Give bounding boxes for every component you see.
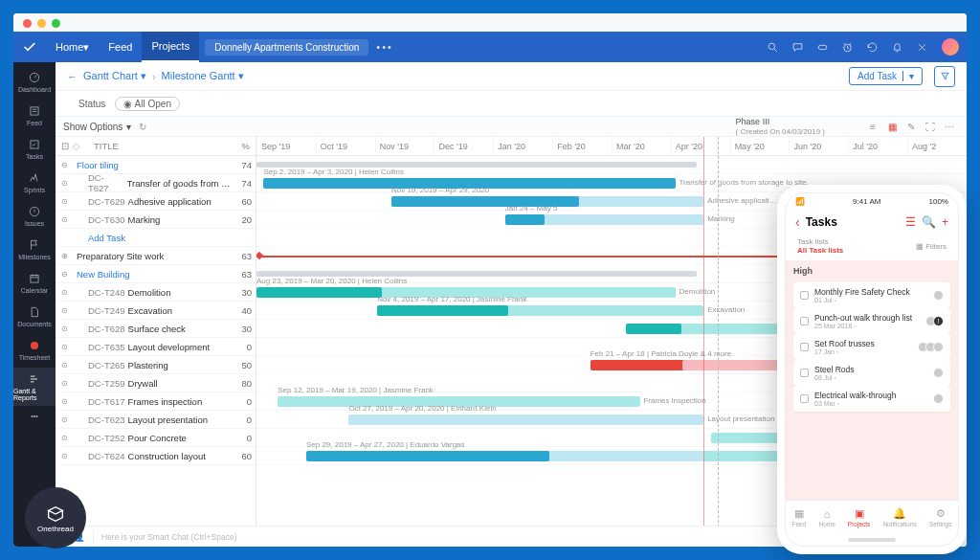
user-avatar[interactable] — [942, 38, 959, 56]
rail-milestones[interactable]: Milestones — [13, 234, 56, 265]
phone-menu-icon[interactable]: ☰ — [905, 215, 916, 229]
page-breadcrumb: ← Gantt Chart ▾ › Milestone Gantt ▾ Add … — [56, 62, 967, 91]
rail-tasks[interactable]: Tasks — [13, 133, 56, 165]
task-row[interactable]: ⊙DC-T265Plastering50 — [56, 356, 256, 374]
checkbox[interactable] — [800, 343, 809, 351]
toolbar-icon-3[interactable]: ✎ — [902, 122, 921, 132]
toolbar-icon-1[interactable]: ≡ — [863, 122, 882, 132]
crumb-gantt[interactable]: Gantt Chart ▾ — [83, 70, 146, 82]
rail-timesheet[interactable]: Timesheet — [13, 334, 56, 366]
gantt-bar[interactable] — [306, 451, 711, 461]
task-row[interactable]: ⊙DC-T259Drywall80 — [56, 374, 256, 392]
gantt-bar[interactable] — [377, 305, 703, 316]
phone-back-icon[interactable]: ‹ — [795, 214, 800, 230]
phone-tab-notifications[interactable]: 🔔Notifications — [882, 507, 916, 527]
phone-tab-projects[interactable]: ▣Projects — [848, 507, 870, 527]
task-row[interactable]: ⊙DC-T252Pour Concrete0 — [56, 429, 256, 447]
rail-gantt[interactable]: Gantt & Reports — [13, 368, 56, 406]
status-label: Status — [78, 99, 105, 109]
search-icon[interactable] — [760, 41, 785, 54]
chat-icon[interactable] — [785, 41, 810, 54]
task-row[interactable]: ⊙DC-T629Adhesive application60 — [56, 192, 256, 211]
toolbar-more-icon[interactable]: ⋯ — [940, 122, 959, 132]
task-row[interactable]: ⊙DC-T249Excavation40 — [56, 302, 256, 320]
add-task-dropdown-icon[interactable]: ▾ — [902, 71, 914, 81]
phone-tab-settings[interactable]: ⚙Settings — [929, 507, 952, 527]
month-header: Jul '20 — [848, 137, 907, 155]
checkbox[interactable] — [800, 317, 809, 325]
title-header: TITLE — [94, 141, 229, 151]
filter-button[interactable] — [934, 66, 955, 87]
nav-projects[interactable]: Projects — [142, 32, 199, 62]
pct-header: % — [229, 141, 250, 151]
minimize-window-icon[interactable] — [37, 19, 46, 28]
bell-icon[interactable] — [884, 41, 909, 54]
month-header: Jan '20 — [493, 137, 552, 155]
rail-calendar[interactable]: Calendar — [13, 267, 56, 299]
gantt-bar[interactable] — [348, 414, 703, 425]
maximize-window-icon[interactable] — [52, 19, 60, 28]
add-task-button[interactable]: Add Task▾ — [849, 67, 923, 85]
phone-task-card[interactable]: Set Roof trusses17 Jan ◦ — [793, 334, 950, 360]
app-logo-icon[interactable] — [13, 39, 46, 55]
tools-icon[interactable] — [909, 41, 934, 54]
phone-filters[interactable]: ▦ Filters — [916, 242, 947, 251]
rail-feed[interactable]: Feed — [13, 100, 56, 131]
crumb-milestone[interactable]: Milestone Gantt ▾ — [162, 70, 244, 82]
phone-tab-home[interactable]: ⌂Home — [818, 508, 835, 527]
phone-task-card[interactable]: Monthly Fire Safety Check01 Jul ◦ — [793, 282, 950, 308]
alarm-icon[interactable] — [835, 41, 859, 54]
status-row: Status ◉ All Open — [56, 91, 967, 116]
phone-task-card[interactable]: Steel Rods08 Jul ◦ — [793, 360, 950, 386]
task-row[interactable]: ⊙DC-T248Demolition30 — [56, 283, 256, 302]
phone-add-icon[interactable]: + — [942, 215, 948, 229]
task-row[interactable]: ⊙DC-T617Frames inspection0 — [56, 392, 256, 411]
task-row[interactable]: ⊕Preparatory Site work63 — [56, 247, 256, 265]
project-breadcrumb[interactable]: Donnelly Apartments Construction — [205, 39, 368, 56]
status-filter-pill[interactable]: ◉ All Open — [115, 97, 180, 111]
toolbar-icon-2[interactable]: ▦ — [882, 122, 902, 132]
task-row[interactable]: ⊙DC-T630Marking20 — [56, 211, 256, 229]
phone-task-card[interactable]: Electrical walk-through03 Mar ◦ — [793, 386, 950, 412]
checkbox[interactable] — [800, 394, 809, 403]
task-row[interactable]: ⊙DC-T635Layout development0 — [56, 338, 256, 356]
task-row[interactable]: ⊙DC-T627Transfer of goods from s...74 — [56, 174, 256, 192]
month-header: Oct '19 — [316, 137, 375, 155]
phone-statusbar: 📶9:41 AM100% — [786, 193, 958, 209]
close-window-icon[interactable] — [23, 19, 32, 28]
month-header: Dec '19 — [434, 137, 493, 155]
show-options-toggle[interactable]: Show Options ▾ — [63, 122, 131, 132]
back-icon[interactable]: ← — [67, 71, 78, 82]
svg-rect-4 — [31, 107, 38, 115]
rail-issues[interactable]: Issues — [13, 200, 56, 232]
chat-placeholder: Here is your Smart Chat (Ctrl+Space) — [101, 532, 236, 542]
task-row[interactable]: ⊙DC-T628Surface check30 — [56, 320, 256, 338]
checkbox[interactable] — [800, 369, 809, 377]
task-row[interactable]: Add Task — [56, 229, 256, 247]
phone-tab-feed[interactable]: ▦Feed — [792, 507, 807, 527]
rail-dashboard[interactable]: Dashboard — [13, 66, 56, 98]
task-row[interactable]: ⊙DC-T624Construction layout60 — [56, 447, 256, 465]
nav-home[interactable]: Home ▾ — [46, 32, 99, 62]
rail-more[interactable]: ••• — [13, 408, 56, 424]
phone-tabbar: ▦Feed⌂Home▣Projects🔔Notifications⚙Settin… — [786, 500, 958, 534]
phone-title: Tasks — [806, 215, 837, 229]
rail-sprints[interactable]: Sprints — [13, 167, 56, 198]
phone-task-card[interactable]: Punch-out walk through list25 Mar 2018 ◦… — [793, 308, 950, 334]
task-row[interactable]: ⊙DC-T623Layout presentation0 — [56, 411, 256, 429]
refresh-icon[interactable] — [859, 41, 884, 54]
nav-more-icon[interactable]: ••• — [376, 41, 393, 53]
nav-feed[interactable]: Feed — [99, 32, 142, 62]
task-row[interactable]: ⊖New Building63 — [56, 265, 256, 283]
gantt-bar[interactable] — [505, 214, 704, 225]
month-header: Mar '20 — [612, 137, 671, 155]
game-icon[interactable] — [810, 41, 835, 54]
checkbox[interactable] — [800, 291, 809, 300]
phone-search-icon[interactable]: 🔍 — [922, 215, 936, 229]
chevron-right-icon: › — [152, 71, 156, 82]
month-header: May '20 — [730, 137, 790, 155]
fullscreen-icon[interactable]: ⛶ — [921, 122, 940, 132]
refresh-icon[interactable]: ↻ — [139, 122, 146, 132]
rail-documents[interactable]: Documents — [13, 301, 56, 332]
month-header: Sep '19 — [256, 137, 316, 155]
